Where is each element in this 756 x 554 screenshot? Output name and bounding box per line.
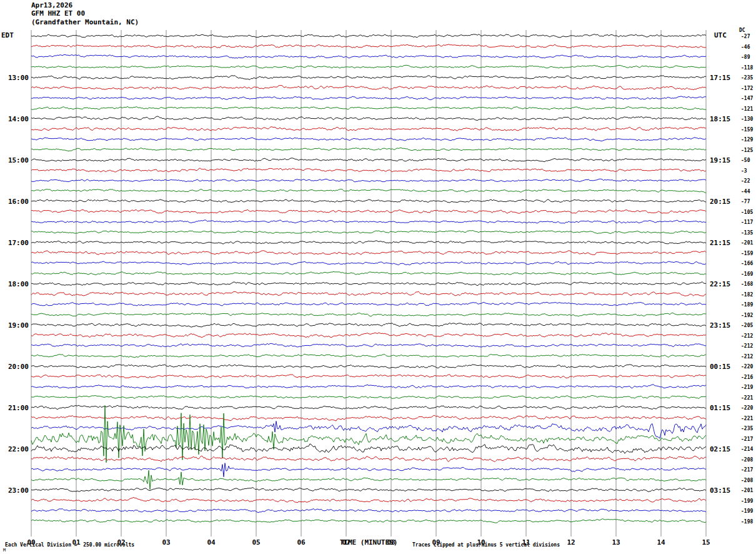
dc-offset-value: -159 — [741, 127, 753, 133]
trace-row-39 — [31, 406, 706, 463]
trace-row-44 — [31, 488, 706, 492]
trace-row-42 — [31, 463, 706, 477]
trace-row-15 — [31, 189, 706, 193]
utc-hour-label: 17:15 — [710, 74, 730, 82]
trace-row-35 — [31, 395, 706, 398]
utc-hour-label: 21:15 — [710, 239, 730, 247]
dc-offset-value: -121 — [741, 106, 753, 112]
trace-row-8 — [31, 116, 706, 121]
dc-offset-value: -235 — [741, 426, 753, 431]
dc-offset-value: -192 — [741, 313, 753, 318]
dc-offset-value: -208 — [741, 457, 753, 463]
dc-offset-value: -208 — [741, 478, 753, 483]
dc-offset-value: -217 — [741, 436, 753, 442]
trace-row-9 — [31, 127, 706, 131]
dc-offset-value: -147 — [741, 96, 753, 101]
trace-row-25 — [31, 291, 706, 296]
dc-offset-value: -201 — [741, 488, 753, 493]
dc-offset-value: -217 — [741, 467, 753, 473]
utc-hour-label: 00:15 — [710, 363, 730, 371]
dc-offset-value: -212 — [741, 354, 753, 360]
trace-row-19 — [31, 231, 706, 234]
dc-offset-value: -216 — [741, 375, 753, 380]
dc-offset-value: -212 — [741, 343, 753, 349]
dc-offset-value: -125 — [741, 148, 753, 153]
trace-row-40 — [31, 444, 706, 453]
trace-row-16 — [31, 199, 706, 203]
trace-row-21 — [31, 251, 706, 255]
dc-offset-value: -105 — [741, 209, 753, 215]
dc-offset-value: -214 — [741, 446, 753, 452]
dc-offset-value: -189 — [741, 302, 753, 308]
helicorder-plot: 0001020304050607080910111213141513:0014:… — [0, 0, 756, 554]
trace-row-27 — [31, 313, 706, 316]
trace-row-10 — [31, 138, 706, 141]
trace-row-46 — [31, 509, 706, 513]
dc-offset-value: -159 — [741, 251, 753, 256]
utc-hour-label: 01:15 — [710, 404, 730, 412]
trace-row-5 — [31, 86, 706, 90]
clip-footnote: Traces clipped at plus/minus 5 vertical … — [412, 542, 560, 548]
dc-offset-value: -169 — [741, 271, 753, 277]
trace-row-18 — [31, 220, 706, 224]
utc-hour-label: 02:15 — [710, 445, 730, 453]
edt-hour-label: 21:00 — [8, 404, 29, 412]
corner-glyph: M — [3, 548, 6, 553]
trace-row-0 — [31, 34, 706, 38]
trace-row-11 — [31, 148, 706, 151]
trace-row-34 — [31, 385, 706, 388]
edt-hour-label: 14:00 — [8, 115, 29, 123]
dc-offset-value: -199 — [741, 498, 753, 504]
scale-footnote: Each Vertical Division = 250.00 microvol… — [5, 542, 134, 548]
dc-offset-value: -166 — [741, 261, 753, 266]
dc-offset-value: -219 — [741, 385, 753, 390]
dc-offset-value: -198 — [741, 519, 753, 525]
trace-row-6 — [31, 96, 706, 100]
dc-offset-value: -205 — [741, 323, 753, 328]
dc-offset-value: -50 — [741, 158, 750, 163]
edt-hour-label: 20:00 — [8, 363, 29, 371]
dc-offset-value: -220 — [741, 405, 753, 411]
dc-offset-value: -182 — [741, 292, 753, 298]
trace-row-24 — [31, 282, 706, 286]
trace-row-29 — [31, 333, 706, 338]
utc-hour-label: 19:15 — [710, 156, 730, 164]
dc-offset-value: -77 — [741, 199, 750, 204]
trace-row-7 — [31, 106, 706, 109]
trace-row-14 — [31, 179, 706, 182]
dc-offset-value: -46 — [741, 44, 750, 50]
utc-hour-label: 18:15 — [710, 115, 730, 123]
dc-offset-value: -172 — [741, 86, 753, 91]
edt-hour-label: 17:00 — [8, 239, 29, 247]
edt-hour-label: 13:00 — [8, 74, 29, 82]
trace-row-30 — [31, 343, 706, 347]
utc-hour-label: 23:15 — [710, 321, 730, 330]
dc-offset-value: -199 — [741, 508, 753, 514]
trace-row-37 — [31, 415, 706, 421]
dc-offset-value: -220 — [741, 364, 753, 370]
trace-row-20 — [31, 241, 706, 244]
trace-row-47 — [31, 519, 706, 523]
trace-row-4 — [31, 76, 706, 80]
trace-row-22 — [31, 261, 706, 265]
dc-offset-value: -22 — [741, 178, 750, 184]
trace-row-17 — [31, 209, 706, 213]
trace-row-26 — [31, 302, 706, 306]
utc-hour-label: 20:15 — [710, 198, 730, 206]
edt-hour-label: 19:00 — [8, 321, 29, 330]
dc-offset-value: -129 — [741, 137, 753, 143]
trace-row-33 — [31, 375, 706, 378]
helicorder-page: Apr13,2026 GFM HHZ ET 00 (Grandfather Mo… — [0, 0, 756, 554]
trace-row-32 — [31, 365, 706, 368]
trace-row-1 — [31, 44, 706, 48]
trace-row-23 — [31, 271, 706, 274]
dc-offset-value: -212 — [741, 333, 753, 339]
trace-row-36 — [31, 405, 706, 410]
dc-offset-value: -235 — [741, 75, 753, 81]
trace-row-31 — [31, 355, 706, 358]
utc-hour-label: 03:15 — [710, 486, 730, 495]
trace-row-28 — [31, 323, 706, 327]
trace-row-12 — [31, 158, 706, 162]
dc-offset-value: -168 — [741, 281, 753, 287]
trace-row-2 — [31, 54, 706, 58]
